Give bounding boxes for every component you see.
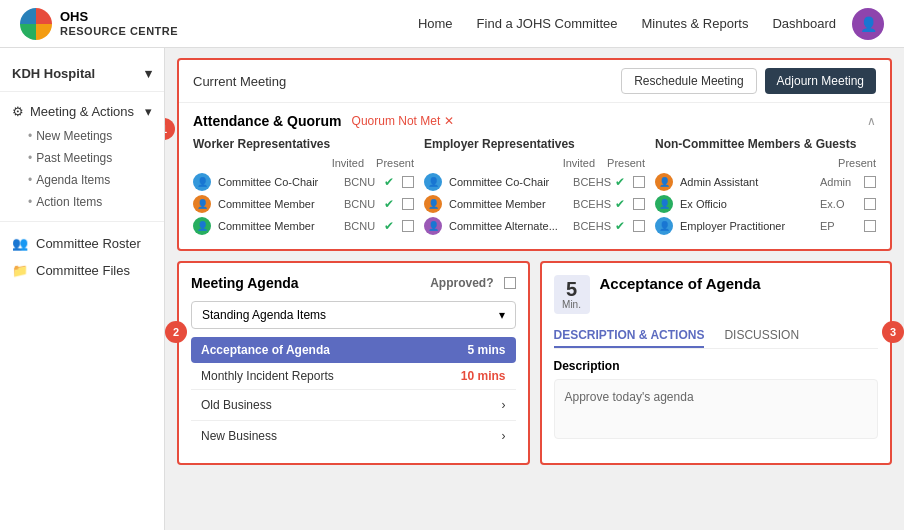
- chevron-up-icon[interactable]: ∧: [867, 114, 876, 128]
- sidebar-item-past-meetings[interactable]: Past Meetings: [28, 147, 164, 169]
- agenda-section-new-business[interactable]: New Business ›: [191, 420, 516, 451]
- non-committee-col: Non-Committee Members & Guests Present 👤…: [655, 137, 876, 239]
- sidebar-item-meeting-actions[interactable]: ⚙ Meeting & Actions ▾: [0, 98, 164, 125]
- sidebar-item-committee-roster[interactable]: 👥 Committee Roster: [0, 230, 164, 257]
- chevron-down-icon: ▾: [499, 308, 505, 322]
- tab-discussion[interactable]: DISCUSSION: [724, 324, 799, 348]
- agenda-section-old-business[interactable]: Old Business ›: [191, 389, 516, 420]
- sidebar-hospital[interactable]: KDH Hospital ▾: [0, 60, 164, 92]
- badge-1: 1: [165, 118, 175, 140]
- adjourn-button[interactable]: Adjourn Meeting: [765, 68, 876, 94]
- logo-icon: [20, 8, 52, 40]
- chevron-right-icon: ›: [502, 398, 506, 412]
- present-checkbox[interactable]: [402, 198, 414, 210]
- sidebar-bottom: 👥 Committee Roster 📁 Committee Files: [0, 221, 164, 284]
- present-checkbox[interactable]: [864, 176, 876, 188]
- worker-row-3: 👤 Committee Member BCNU ✔: [193, 217, 414, 235]
- attendance-header: Attendance & Quorum Quorum Not Met ✕ ∧: [193, 113, 876, 129]
- approved-checkbox[interactable]: [504, 277, 516, 289]
- employer-header: Invited Present: [424, 157, 645, 169]
- badge-2: 2: [165, 321, 187, 343]
- avatar: 👤: [424, 217, 442, 235]
- acceptance-title: Acceptance of Agenda: [600, 275, 761, 292]
- avatar: 👤: [655, 173, 673, 191]
- nav-home[interactable]: Home: [418, 16, 453, 31]
- nav-dashboard[interactable]: Dashboard: [772, 16, 836, 31]
- roster-icon: 👥: [12, 236, 28, 251]
- check-icon: ✔: [384, 197, 394, 211]
- avatar: 👤: [424, 195, 442, 213]
- tab-description-actions[interactable]: DESCRIPTION & ACTIONS: [554, 324, 705, 348]
- acceptance-header: 5 Min. Acceptance of Agenda: [554, 275, 879, 314]
- desc-box: Approve today's agenda: [554, 379, 879, 439]
- avatar: 👤: [655, 195, 673, 213]
- agenda-panel: Meeting Agenda Approved? Standing Agenda…: [177, 261, 530, 465]
- employer-row-2: 👤 Committee Member BCEHS ✔: [424, 195, 645, 213]
- check-icon: ✔: [615, 197, 625, 211]
- avatar: 👤: [193, 217, 211, 235]
- agenda-panel-title: Meeting Agenda Approved?: [191, 275, 516, 291]
- present-checkbox[interactable]: [402, 220, 414, 232]
- nav-links: Home Find a JOHS Committee Minutes & Rep…: [418, 16, 836, 31]
- current-meeting-title: Current Meeting: [193, 74, 286, 89]
- nav-minutes-reports[interactable]: Minutes & Reports: [641, 16, 748, 31]
- user-avatar[interactable]: 👤: [852, 8, 884, 40]
- guest-header: Present: [655, 157, 876, 169]
- agenda-item-active[interactable]: Acceptance of Agenda 5 mins: [191, 337, 516, 363]
- present-checkbox[interactable]: [633, 220, 645, 232]
- check-icon: ✔: [384, 219, 394, 233]
- present-checkbox[interactable]: [864, 198, 876, 210]
- sidebar-item-new-meetings[interactable]: New Meetings: [28, 125, 164, 147]
- worker-row-2: 👤 Committee Member BCNU ✔: [193, 195, 414, 213]
- mins-badge: 5 Min.: [554, 275, 590, 314]
- nav-find-committee[interactable]: Find a JOHS Committee: [477, 16, 618, 31]
- bottom-row: 2 3 Meeting Agenda Approved? Standing Ag…: [177, 261, 892, 465]
- acceptance-tabs: DESCRIPTION & ACTIONS DISCUSSION: [554, 324, 879, 349]
- present-checkbox[interactable]: [402, 176, 414, 188]
- guest-row-1: 👤 Admin Assistant Admin: [655, 173, 876, 191]
- badge-3: 3: [882, 321, 904, 343]
- avatar: 👤: [193, 195, 211, 213]
- sidebar-item-action-items[interactable]: Action Items: [28, 191, 164, 213]
- main-content: 1 Current Meeting Reschedule Meeting Adj…: [165, 48, 904, 530]
- employer-reps-title: Employer Representatives: [424, 137, 645, 151]
- chevron-down-icon: ▾: [145, 66, 152, 81]
- avatar: 👤: [424, 173, 442, 191]
- meeting-actions: Reschedule Meeting Adjourn Meeting: [621, 68, 876, 94]
- avatar: 👤: [655, 217, 673, 235]
- desc-title: Description: [554, 359, 879, 373]
- check-icon: ✔: [615, 175, 625, 189]
- present-checkbox[interactable]: [633, 198, 645, 210]
- present-checkbox[interactable]: [633, 176, 645, 188]
- logo-text: OHS RESOURCE CENTRE: [60, 9, 178, 38]
- employer-row-3: 👤 Committee Alternate... BCEHS ✔: [424, 217, 645, 235]
- logo: OHS RESOURCE CENTRE: [20, 8, 178, 40]
- current-meeting-card: Current Meeting Reschedule Meeting Adjou…: [177, 58, 892, 251]
- acceptance-panel: 5 Min. Acceptance of Agenda DESCRIPTION …: [540, 261, 893, 465]
- worker-header: Invited Present: [193, 157, 414, 169]
- agenda-item-monthly[interactable]: Monthly Incident Reports 10 mins: [191, 363, 516, 389]
- present-checkbox[interactable]: [864, 220, 876, 232]
- non-committee-title: Non-Committee Members & Guests: [655, 137, 876, 151]
- sidebar-item-agenda-items[interactable]: Agenda Items: [28, 169, 164, 191]
- meeting-actions-icon: ⚙: [12, 104, 24, 119]
- close-icon: ✕: [444, 114, 454, 128]
- standing-agenda-dropdown[interactable]: Standing Agenda Items ▾: [191, 301, 516, 329]
- employer-reps-col: Employer Representatives Invited Present…: [424, 137, 645, 239]
- main-layout: KDH Hospital ▾ ⚙ Meeting & Actions ▾ New…: [0, 48, 904, 530]
- approved-row: Approved?: [430, 276, 515, 290]
- quorum-badge: Quorum Not Met ✕: [352, 114, 455, 128]
- reschedule-button[interactable]: Reschedule Meeting: [621, 68, 756, 94]
- sidebar-item-committee-files[interactable]: 📁 Committee Files: [0, 257, 164, 284]
- worker-reps-col: Worker Representatives Invited Present 👤…: [193, 137, 414, 239]
- guest-row-2: 👤 Ex Officio Ex.O: [655, 195, 876, 213]
- check-icon: ✔: [615, 219, 625, 233]
- card-header: Current Meeting Reschedule Meeting Adjou…: [179, 60, 890, 103]
- attendance-title: Attendance & Quorum: [193, 113, 342, 129]
- employer-row-1: 👤 Committee Co-Chair BCEHS ✔: [424, 173, 645, 191]
- check-icon: ✔: [384, 175, 394, 189]
- worker-reps-title: Worker Representatives: [193, 137, 414, 151]
- avatar: 👤: [193, 173, 211, 191]
- sidebar-sub-items: New Meetings Past Meetings Agenda Items …: [0, 125, 164, 213]
- attendance-grid: Worker Representatives Invited Present 👤…: [193, 137, 876, 239]
